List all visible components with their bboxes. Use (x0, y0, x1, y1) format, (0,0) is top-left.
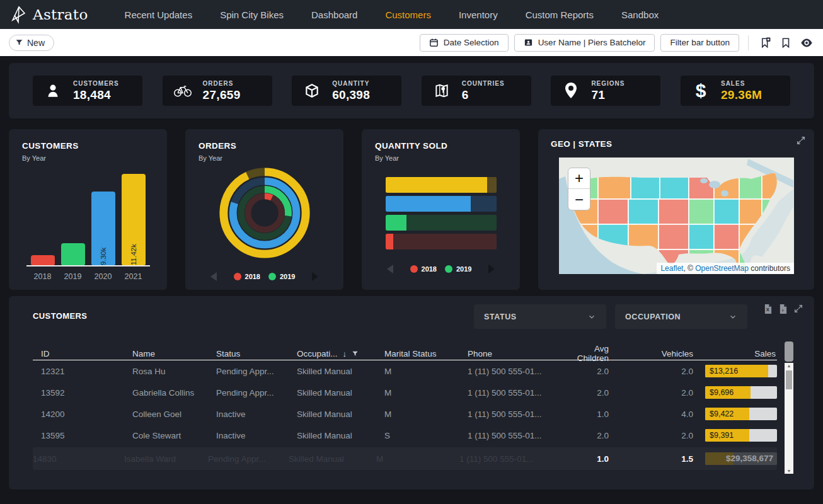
col-header-status[interactable]: Status (208, 349, 289, 358)
nav-item-inventory[interactable]: Inventory (459, 9, 498, 20)
kpi-value: 6 (462, 88, 505, 102)
kpi-quantity[interactable]: QUANTITY 60,398 (292, 76, 401, 106)
customers-bar-plot[interactable]: 9.30k 11.42k (26, 171, 150, 266)
table-totals-row: 14830 Isabella Ward Pending Appr... Skil… (33, 447, 777, 470)
table-row[interactable]: 13595 Cole Stewart Inactive Skilled Manu… (33, 425, 777, 446)
leaflet-map[interactable]: + − Leaflet, © OpenStreetMap contributor… (559, 158, 794, 274)
bar-2018[interactable] (31, 255, 55, 265)
col-header-children[interactable]: Avg Children (558, 344, 610, 363)
kpi-regions[interactable]: REGIONS 71 (551, 76, 660, 106)
legend-item-2019[interactable]: 2019 (268, 273, 295, 280)
chart-subtitle: By Year (22, 154, 154, 162)
funnel-icon (15, 38, 23, 47)
bar-2020[interactable]: 9.30k (91, 192, 115, 265)
nav-item-recent-updates[interactable]: Recent Updates (125, 9, 193, 20)
col-header-name[interactable]: Name (124, 349, 208, 358)
table-scrollbar[interactable]: ▲ ▼ (785, 363, 793, 474)
cell-id: 14200 (33, 410, 124, 419)
legend-dot-2018 (410, 265, 418, 273)
date-selection-button[interactable]: Date Selection (420, 34, 509, 52)
col-header-id[interactable]: ID (33, 349, 124, 358)
legend-item-2019[interactable]: 2019 (445, 265, 471, 273)
zoom-in-button[interactable]: + (568, 168, 590, 189)
kpi-value: 27,659 (203, 88, 241, 102)
package-icon (302, 83, 321, 99)
bookmark-add-icon[interactable] (757, 35, 773, 50)
kpi-customers[interactable]: CUSTOMERS 18,484 (33, 76, 142, 106)
legend-prev-arrow-icon[interactable] (387, 265, 393, 273)
legend-prev-arrow-icon[interactable] (210, 272, 217, 281)
bar-2021[interactable]: 11.42k (122, 174, 146, 265)
filter-bar-label: Filter bar button (670, 38, 730, 47)
col-header-sales[interactable]: Sales (694, 349, 777, 358)
user-badge-icon (524, 38, 533, 47)
zoom-out-button[interactable]: − (568, 189, 590, 210)
legend-next-arrow-icon[interactable] (312, 272, 318, 281)
bookmark-icon[interactable] (778, 35, 793, 50)
nav-item-customers[interactable]: Customers (385, 9, 431, 20)
customers-table: ID Name Status Occupati... ↓ Marital Sta… (33, 344, 777, 470)
customers-table-card: CUSTOMERS STATUS OCCUPATION X , (9, 296, 814, 490)
hbar-2018[interactable] (386, 234, 497, 249)
col-header-occupation[interactable]: Occupati... ↓ (289, 349, 376, 358)
occupation-filter-dropdown[interactable]: OCCUPATION (615, 304, 747, 329)
quantity-bar-plot[interactable] (386, 177, 497, 249)
kpi-sales[interactable]: $ SALES 29.36M (681, 76, 790, 106)
openstreetmap-link[interactable]: OpenStreetMap (695, 264, 749, 273)
quantity-legend: 2018 2019 (375, 265, 507, 273)
bar-value-label: 9.30k (100, 192, 107, 265)
new-filter-button[interactable]: New (9, 35, 54, 51)
customers-chart-card: CUSTOMERS By Year 9.30k 11.42k 2018 2019… (9, 129, 167, 290)
kpi-label: COUNTRIES (462, 80, 505, 87)
legend-item-2018[interactable]: 2018 (410, 265, 437, 273)
leaflet-link[interactable]: Leaflet (660, 264, 683, 273)
brand[interactable]: Astrato (10, 5, 88, 24)
scrollbar-thumb[interactable] (786, 370, 792, 389)
x-axis-labels: 2018 2019 2020 2021 (26, 272, 150, 281)
cell-name: Rosa Hu (124, 367, 208, 376)
legend-label: 2019 (456, 265, 471, 273)
eye-icon[interactable] (799, 35, 814, 50)
ghost-cell-occupation: Skilled Manual (289, 454, 376, 464)
orders-donut-chart[interactable] (199, 163, 330, 263)
filter-bar-button[interactable]: Filter bar button (660, 34, 739, 52)
hbar-2019[interactable] (386, 215, 497, 231)
sort-desc-icon[interactable]: ↓ (343, 349, 347, 358)
table-row[interactable]: 14200 Colleen Goel Inactive Skilled Manu… (33, 403, 777, 425)
hbar-2021[interactable] (386, 177, 497, 193)
nav-item-spin-city-bikes[interactable]: Spin City Bikes (220, 9, 284, 20)
x-tick: 2018 (31, 272, 55, 281)
nav-item-dashboard[interactable]: Dashboard (311, 9, 357, 20)
export-excel-icon[interactable]: X (763, 304, 773, 314)
legend-item-2018[interactable]: 2018 (234, 273, 260, 280)
cell-vehicles: 2.0 (610, 388, 694, 398)
hbar-2020[interactable] (386, 196, 497, 212)
bar-2019[interactable] (61, 243, 85, 265)
col-header-marital[interactable]: Marital Status (376, 349, 459, 358)
kpi-label: SALES (721, 80, 762, 87)
chart-subtitle: By Year (375, 154, 507, 162)
status-filter-dropdown[interactable]: STATUS (474, 304, 606, 329)
cell-sales: $9,422 (694, 408, 777, 420)
kpi-value: 60,398 (332, 88, 370, 102)
user-name-button[interactable]: User Name | Piers Batchelor (514, 34, 655, 52)
ghost-cell-id: 14830 (33, 454, 124, 464)
kpi-label: REGIONS (591, 80, 624, 87)
kpi-countries[interactable]: COUNTRIES 6 (422, 76, 531, 106)
expand-icon[interactable] (796, 135, 806, 146)
col-header-vehicles[interactable]: Vehicles (610, 349, 694, 358)
export-csv-icon[interactable]: , (778, 304, 788, 314)
col-header-phone[interactable]: Phone (459, 349, 558, 358)
scroll-down-icon[interactable]: ▼ (785, 469, 793, 473)
nav-item-custom-reports[interactable]: Custom Reports (526, 9, 594, 20)
filter-funnel-icon[interactable] (352, 350, 359, 357)
expand-icon[interactable] (793, 304, 803, 314)
table-row[interactable]: 12321 Rosa Hu Pending Appr... Skilled Ma… (33, 360, 777, 382)
legend-next-arrow-icon[interactable] (488, 265, 495, 273)
col-header-label: Occupati... (297, 349, 338, 358)
kpi-orders[interactable]: ORDERS 27,659 (163, 76, 272, 106)
table-row[interactable]: 13592 Gabriella Collins Pending Appr... … (33, 382, 777, 403)
nav-item-sandbox[interactable]: Sandbox (621, 9, 659, 20)
location-pin-icon (561, 82, 580, 100)
scroll-up-icon[interactable]: ▲ (785, 364, 793, 368)
